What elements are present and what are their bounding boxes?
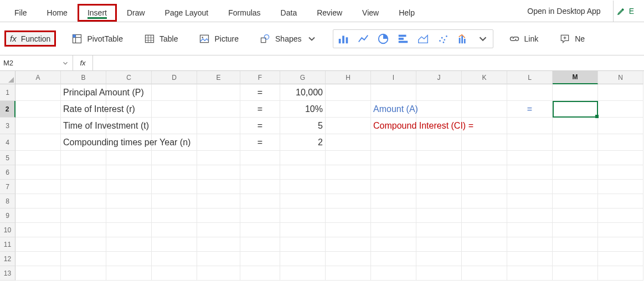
row-header-5[interactable]: 5 (0, 151, 16, 165)
cell-B3[interactable]: Time of Investment (t) (61, 118, 106, 134)
cell-K1[interactable] (462, 84, 507, 101)
cell-A2[interactable] (16, 101, 61, 118)
cell-J12[interactable] (416, 252, 462, 266)
cell-C8[interactable] (106, 194, 152, 208)
cell-I8[interactable] (371, 194, 416, 208)
cell-H10[interactable] (326, 223, 371, 237)
tab-data[interactable]: Data (271, 4, 307, 22)
cell-D12[interactable] (152, 252, 197, 266)
cell-M3[interactable] (553, 118, 598, 134)
cell-B2[interactable]: Rate of Interest (r) (61, 101, 106, 118)
tab-home[interactable]: Home (37, 4, 78, 22)
cell-B10[interactable] (61, 223, 106, 237)
cell-A9[interactable] (16, 208, 61, 223)
open-desktop-button[interactable]: Open in Desktop App (523, 3, 605, 19)
cell-H7[interactable] (326, 180, 371, 194)
cell-L4[interactable] (507, 134, 553, 151)
cell-D6[interactable] (152, 165, 197, 180)
cell-A7[interactable] (16, 180, 61, 194)
cell-G1[interactable]: 10,000 (280, 84, 326, 101)
cell-G13[interactable] (280, 266, 326, 281)
tab-view[interactable]: View (352, 4, 389, 22)
other-chart-icon[interactable] (456, 32, 470, 45)
cell-B1[interactable]: Principal Amount (P) (61, 84, 106, 101)
cell-D5[interactable] (152, 151, 197, 165)
cell-E3[interactable] (197, 118, 240, 134)
cell-D13[interactable] (152, 266, 197, 281)
cell-A8[interactable] (16, 194, 61, 208)
cell-F6[interactable] (240, 165, 280, 180)
formula-input[interactable] (93, 55, 644, 70)
cell-M10[interactable] (553, 223, 598, 237)
cell-J4[interactable] (416, 134, 462, 151)
cell-L10[interactable] (507, 223, 553, 237)
column-chart-icon[interactable] (337, 32, 350, 45)
shapes-button[interactable]: Shapes (254, 30, 322, 48)
cell-F10[interactable] (240, 223, 280, 237)
col-header-K[interactable]: K (462, 71, 507, 84)
cell-F5[interactable] (240, 151, 280, 165)
scatter-chart-icon[interactable] (436, 32, 450, 45)
cell-E6[interactable] (197, 165, 240, 180)
cell-D3[interactable] (152, 118, 197, 134)
cell-N4[interactable] (598, 134, 643, 151)
cell-K6[interactable] (462, 165, 507, 180)
tab-review[interactable]: Review (307, 4, 352, 22)
cell-J1[interactable] (416, 84, 462, 101)
cell-C5[interactable] (106, 151, 152, 165)
cell-F9[interactable] (240, 208, 280, 223)
cell-K5[interactable] (462, 151, 507, 165)
row-header-1[interactable]: 1 (0, 84, 16, 101)
pie-chart-icon[interactable] (377, 32, 390, 45)
cell-J13[interactable] (416, 266, 462, 281)
cell-H9[interactable] (326, 208, 371, 223)
cell-I9[interactable] (371, 208, 416, 223)
cell-L1[interactable] (507, 84, 553, 101)
col-header-H[interactable]: H (326, 71, 371, 84)
cell-I3[interactable]: Compound Interest (CI) = (371, 118, 416, 134)
picture-button[interactable]: Picture (193, 30, 244, 48)
cell-I12[interactable] (371, 252, 416, 266)
cell-G6[interactable] (280, 165, 326, 180)
row-header-13[interactable]: 13 (0, 266, 16, 281)
col-header-N[interactable]: N (598, 71, 643, 84)
cell-E11[interactable] (197, 237, 240, 252)
cell-F13[interactable] (240, 266, 280, 281)
col-header-B[interactable]: B (61, 71, 106, 84)
cell-G2[interactable]: 10% (280, 101, 326, 118)
cell-M2[interactable] (553, 101, 598, 118)
cell-C10[interactable] (106, 223, 152, 237)
cell-F3[interactable]: = (240, 118, 280, 134)
col-header-M[interactable]: M (553, 71, 598, 84)
col-header-G[interactable]: G (280, 71, 326, 84)
cell-F1[interactable]: = (240, 84, 280, 101)
cell-K7[interactable] (462, 180, 507, 194)
cell-M11[interactable] (553, 237, 598, 252)
row-header-8[interactable]: 8 (0, 194, 16, 208)
row-header-6[interactable]: 6 (0, 165, 16, 180)
cell-G10[interactable] (280, 223, 326, 237)
cell-B9[interactable] (61, 208, 106, 223)
cell-E13[interactable] (197, 266, 240, 281)
cell-G3[interactable]: 5 (280, 118, 326, 134)
cell-N9[interactable] (598, 208, 643, 223)
cell-D1[interactable] (152, 84, 197, 101)
cell-L5[interactable] (507, 151, 553, 165)
col-header-E[interactable]: E (197, 71, 240, 84)
cell-C11[interactable] (106, 237, 152, 252)
cell-C7[interactable] (106, 180, 152, 194)
cell-D8[interactable] (152, 194, 197, 208)
col-header-J[interactable]: J (416, 71, 462, 84)
tab-formulas[interactable]: Formulas (218, 4, 270, 22)
cell-B7[interactable] (61, 180, 106, 194)
col-header-A[interactable]: A (16, 71, 61, 84)
cell-D11[interactable] (152, 237, 197, 252)
cell-K2[interactable] (462, 101, 507, 118)
cell-K8[interactable] (462, 194, 507, 208)
tab-page-layout[interactable]: Page Layout (155, 4, 219, 22)
cell-N10[interactable] (598, 223, 643, 237)
row-header-3[interactable]: 3 (0, 118, 16, 134)
cell-H2[interactable] (326, 101, 371, 118)
tab-insert[interactable]: Insert (78, 4, 117, 22)
cell-E7[interactable] (197, 180, 240, 194)
